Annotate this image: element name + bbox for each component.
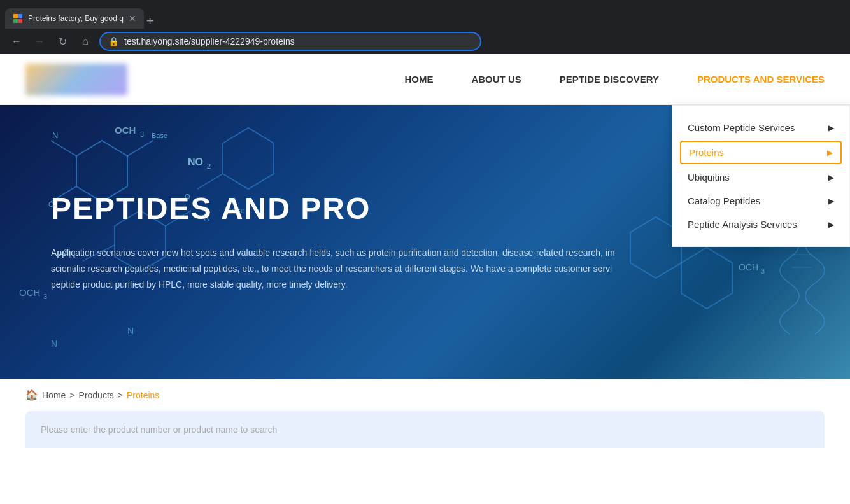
breadcrumb-sep-2: > xyxy=(118,390,123,400)
browser-tab[interactable]: Proteins factory, Buy good q ✕ xyxy=(5,8,144,29)
nav-home[interactable]: HOME xyxy=(404,74,433,85)
nav-peptide-discovery[interactable]: PEPTIDE DISCOVERY xyxy=(560,74,659,85)
dropdown-arrow-custom-peptide: ▶ xyxy=(828,123,834,132)
breadcrumb-current-page: Proteins xyxy=(127,390,159,400)
breadcrumb: 🏠 Home > Products > Proteins xyxy=(0,379,850,411)
tab-title: Proteins factory, Buy good q xyxy=(28,14,124,23)
hero-description: Application scenarios cover new hot spot… xyxy=(51,245,624,293)
dropdown-arrow-catalog-peptides: ▶ xyxy=(828,197,834,206)
site-header: HOME ABOUT US PEPTIDE DISCOVERY PRODUCTS… xyxy=(0,54,850,105)
dropdown-arrow-proteins: ▶ xyxy=(827,148,833,157)
dropdown-item-proteins[interactable]: Proteins ▶ xyxy=(680,141,842,164)
browser-chrome: Proteins factory, Buy good q ✕ + xyxy=(0,0,850,29)
site-logo[interactable] xyxy=(25,60,140,99)
tab-favicon xyxy=(13,13,23,24)
breadcrumb-sep-1: > xyxy=(69,390,74,400)
reload-button[interactable]: ↻ xyxy=(53,32,71,50)
dropdown-item-custom-peptide[interactable]: Custom Peptide Services ▶ xyxy=(672,116,849,139)
dropdown-item-ubiquitins[interactable]: Ubiquitins ▶ xyxy=(672,165,849,189)
breadcrumb-products-link[interactable]: Products xyxy=(79,390,114,400)
address-icon: 🔒 xyxy=(108,36,119,46)
address-text: test.haiyong.site/supplier-4222949-prote… xyxy=(124,36,472,46)
dropdown-item-peptide-analysis[interactable]: Peptide Analysis Services ▶ xyxy=(672,213,849,236)
nav-about-us[interactable]: ABOUT US xyxy=(471,74,521,85)
back-button[interactable]: ← xyxy=(8,32,25,50)
dropdown-arrow-peptide-analysis: ▶ xyxy=(828,220,834,229)
site-nav: HOME ABOUT US PEPTIDE DISCOVERY PRODUCTS… xyxy=(404,74,825,85)
forward-button: → xyxy=(31,32,48,50)
nav-products-and-services[interactable]: PRODUCTS AND SERVICES xyxy=(697,74,825,85)
address-bar[interactable]: 🔒 test.haiyong.site/supplier-4222949-pro… xyxy=(99,32,481,51)
dropdown-arrow-ubiquitins: ▶ xyxy=(828,173,834,182)
address-bar-row: ← → ↻ ⌂ 🔒 test.haiyong.site/supplier-422… xyxy=(0,29,850,54)
home-icon: 🏠 xyxy=(25,389,38,401)
tab-close-button[interactable]: ✕ xyxy=(129,13,136,24)
search-placeholder-text: Please enter the product number or produ… xyxy=(41,424,277,435)
new-tab-button[interactable]: + xyxy=(146,14,154,29)
search-section: Please enter the product number or produ… xyxy=(25,411,825,448)
products-services-dropdown: Custom Peptide Services ▶ Proteins ▶ Ubi… xyxy=(672,105,850,247)
dropdown-item-catalog-peptides[interactable]: Catalog Peptides ▶ xyxy=(672,189,849,213)
tab-bar: Proteins factory, Buy good q ✕ + xyxy=(5,0,845,29)
home-button[interactable]: ⌂ xyxy=(76,32,94,50)
breadcrumb-home-link[interactable]: Home xyxy=(42,390,66,400)
